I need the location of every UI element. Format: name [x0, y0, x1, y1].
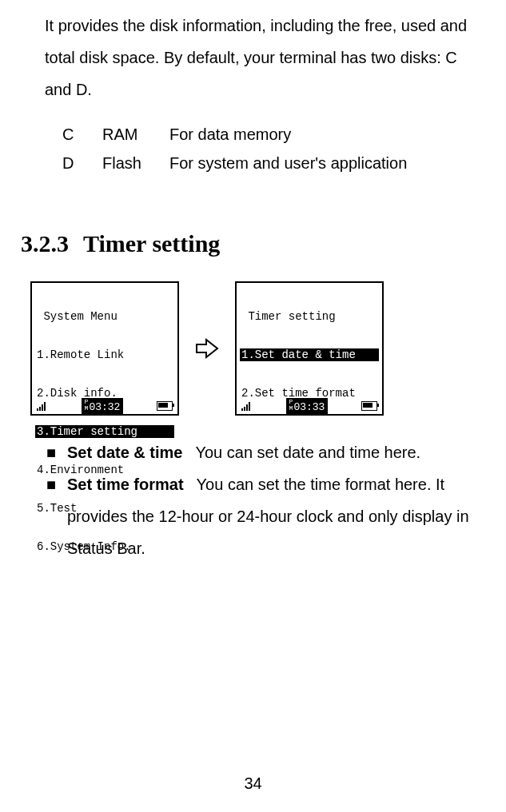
- lcd-ampm: P M: [289, 399, 293, 412]
- lcd-time-value: 03:32: [89, 401, 120, 413]
- lcd-ampm: P M: [85, 399, 89, 412]
- section-heading: 3.2.3 Timer setting: [21, 230, 492, 257]
- disk-drive: C: [62, 120, 80, 149]
- lcd-status-bar: P M03:32: [32, 398, 177, 414]
- lcd-screen-system-menu: System Menu 1.Remote Link 2.Disk info. 3…: [30, 281, 179, 416]
- battery-icon: [157, 401, 173, 411]
- lcd-time-value: 03:33: [293, 401, 325, 413]
- document-page: It provides the disk information, includ…: [0, 0, 506, 812]
- lcd-time: P M03:32: [82, 398, 124, 414]
- disk-type: Flash: [102, 149, 147, 177]
- disk-drive: D: [62, 149, 80, 177]
- disk-desc: For data memory: [169, 120, 291, 149]
- page-number: 34: [0, 774, 506, 793]
- lcd-menu-item: 4.Environment: [35, 464, 174, 476]
- signal-icon: [241, 401, 253, 411]
- signal-icon: [37, 401, 48, 411]
- bullet-desc: You can set date and time here.: [195, 444, 420, 461]
- lcd-menu-item: 6.System Info.: [35, 540, 174, 553]
- lcd-menu-item: 5.Test: [35, 502, 174, 515]
- lcd-status-bar: P M03:33: [237, 398, 382, 414]
- lcd-menu-item-selected: 1.Set date & time: [240, 348, 379, 361]
- lcd-screen-timer-setting: Timer setting 1.Set date & time 2.Set ti…: [235, 281, 384, 416]
- disk-table: C RAM For data memory D Flash For system…: [62, 120, 492, 177]
- section-number: 3.2.3: [21, 230, 69, 257]
- intro-paragraph: It provides the disk information, includ…: [45, 10, 484, 105]
- table-row: C RAM For data memory: [62, 120, 492, 149]
- disk-type: RAM: [102, 120, 147, 149]
- lcd-title: System Menu: [35, 310, 174, 323]
- lcd-screens-row: System Menu 1.Remote Link 2.Disk info. 3…: [30, 281, 492, 416]
- disk-desc: For system and user's application: [169, 149, 407, 177]
- battery-icon: [361, 401, 377, 411]
- lcd-title: Timer setting: [240, 310, 379, 323]
- table-row: D Flash For system and user's applicatio…: [62, 149, 492, 177]
- arrow-right-icon: [195, 336, 219, 360]
- section-title: Timer setting: [83, 230, 220, 257]
- lcd-menu-item: 1.Remote Link: [35, 348, 174, 361]
- lcd-time: P M03:33: [286, 398, 329, 414]
- lcd-menu-item-selected: 3.Timer setting: [35, 425, 174, 438]
